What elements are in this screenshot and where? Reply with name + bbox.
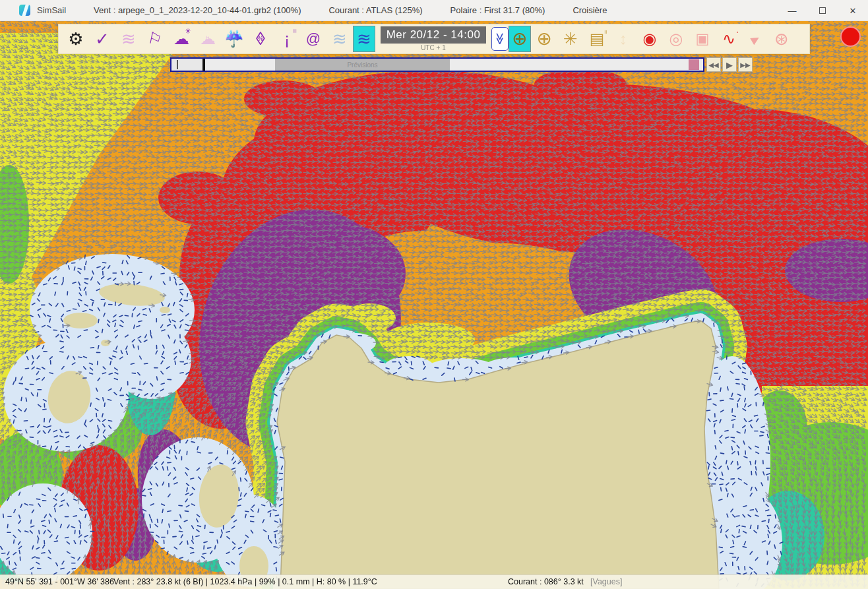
windsock-icon[interactable]: ⚐ [142,25,168,53]
cloud-sun-icon-overlay: ☀ [185,28,191,35]
route-analysis-icon-glyph: ∿ [722,31,735,47]
windsock-icon-glyph: ⚐ [146,30,164,48]
datetime-group: Mer 20/12 - 14:00 UTC + 1 [381,26,486,51]
menu-wind-file[interactable]: Vent : arpege_0_1_2023-12-20_10-44-01.gr… [94,5,301,15]
expand-chevrons-icon-glyph: ≫ [494,33,506,46]
globe-icon-glyph: ⊕ [536,30,551,48]
validate-check-icon[interactable]: ✓ [89,25,115,53]
minimize-button[interactable]: — [777,0,807,21]
maximize-button[interactable] [807,0,838,21]
toolbar-left-group: ⚙✓≋⚐☁☀☁↯☔◊%¡=@≋≋ [63,25,375,53]
cloud-storm-icon[interactable]: ☁↯ [195,25,221,53]
cloud-rain-icon-glyph: ☔ [224,31,244,47]
humidity-drop-icon-overlay: % [258,36,264,42]
rewind-button[interactable]: ◀◀ [706,57,721,72]
settings-gear-icon[interactable]: ⚙ [63,25,89,53]
thermometer-icon-overlay: = [293,28,297,35]
globe-icon[interactable]: ⊕ [531,25,557,53]
nav-arrow-icon-glyph: ► [746,30,764,47]
app-title: SimSail [37,5,66,15]
waves-active-icon-glyph: ≋ [357,30,371,47]
menu-mode[interactable]: Croisière [573,5,607,15]
waves-faded-icon[interactable]: ≋ [326,25,353,53]
menu-polar[interactable]: Polaire : First 31.7 (80%) [450,5,545,15]
thermometer-icon[interactable]: ¡= [274,25,300,53]
route-analysis-icon[interactable]: ∿˔ [716,25,742,53]
map-pin-icon-glyph: ◉ [643,31,657,47]
cyclone-icon-glyph: @ [306,32,321,46]
window-controls: — ✕ [777,0,868,21]
map-folded-icon[interactable]: ▤ₗₗ [584,25,610,53]
screen-share-icon-glyph: ▣ [696,32,710,46]
validate-check-icon-glyph: ✓ [95,30,109,47]
cloud-sun-icon[interactable]: ☁☀ [168,25,195,53]
maximize-icon [819,7,826,14]
wind-status: Vent : 283° 23.8 kt (6 Bf) | 1023.4 hPa … [113,577,377,586]
humidity-drop-icon[interactable]: ◊% [247,25,274,53]
vertical-resize-icon-glyph: ↕ [619,31,627,47]
timeline-cursor[interactable] [177,60,178,69]
close-button[interactable]: ✕ [838,0,868,21]
compass-rose-icon[interactable]: ✳ [557,25,584,53]
datetime-display[interactable]: Mer 20/12 - 14:00 [381,26,486,44]
screen-share-icon[interactable]: ▣ [689,25,716,53]
transport-controls: ◀◀ ▶ ▶▶ [706,57,753,72]
map-pin-icon[interactable]: ◉ [636,25,663,53]
waves-active-icon[interactable]: ≋ [353,26,375,52]
nav-arrow-icon[interactable]: ► [742,25,768,53]
toolbar-right-group: ≫⊕⊕✳▤ₗₗ↕◉◎▣∿˔►⊛ [491,25,795,53]
vertical-resize-icon[interactable]: ↕ [610,25,636,53]
timezone-label: UTC + 1 [421,44,446,51]
target-icon[interactable]: ◎ [663,25,689,53]
expand-chevrons-icon[interactable]: ≫ [491,27,509,51]
wind-lines-icon[interactable]: ≋ [115,25,142,53]
target-icon-glyph: ◎ [669,31,683,47]
app-logo-icon [19,5,30,16]
map-folded-icon-glyph: ▤ [590,31,605,47]
compass-rose-icon-glyph: ✳ [563,30,578,47]
map-folded-icon-overlay: ₗₗ [604,28,607,35]
cyclone-icon[interactable]: @ [300,25,326,53]
current-status: Courant : 086° 3.3 kt [508,577,584,586]
wind-lines-icon-glyph: ≋ [121,30,136,47]
globe-active-icon[interactable]: ⊕ [509,26,531,52]
title-bar: SimSail Vent : arpege_0_1_2023-12-20_10-… [0,0,868,21]
play-button[interactable]: ▶ [722,57,737,72]
timeline-divider [202,59,205,71]
record-button[interactable] [840,26,861,47]
status-bar: 49°N 55' 391 - 001°W 36' 386 Vent : 283°… [0,574,868,589]
wind-map-canvas[interactable] [0,0,868,589]
route-analysis-icon-overlay: ˔ [736,28,739,35]
cloud-rain-icon[interactable]: ☔ [221,25,247,53]
timeline-slider[interactable]: Prévisions [170,57,704,72]
forecast-label: Prévisions [347,61,377,69]
cursor-position: 49°N 55' 391 - 001°W 36' 386 [5,577,114,586]
globe-active-icon-glyph: ⊕ [512,30,527,48]
cloud-storm-icon-overlay: ↯ [205,36,210,42]
lifebuoy-icon-glyph: ⊛ [774,30,789,47]
lifebuoy-icon[interactable]: ⊛ [768,25,795,53]
waves-status: [Vagues] [590,577,622,586]
settings-gear-icon-glyph: ⚙ [68,30,83,47]
thermometer-icon-glyph: ¡ [284,30,290,47]
timeline-handle[interactable] [689,59,699,70]
waves-faded-icon-glyph: ≋ [332,30,347,47]
main-toolbar: ⚙✓≋⚐☁☀☁↯☔◊%¡=@≋≋ Mer 20/12 - 14:00 UTC +… [58,24,810,54]
timeline-elapsed-segment[interactable] [171,59,202,71]
fast-forward-button[interactable]: ▶▶ [738,57,753,72]
menu-current-file[interactable]: Courant : ATLAS (125%) [328,5,422,15]
forecast-range: Prévisions [275,59,450,71]
